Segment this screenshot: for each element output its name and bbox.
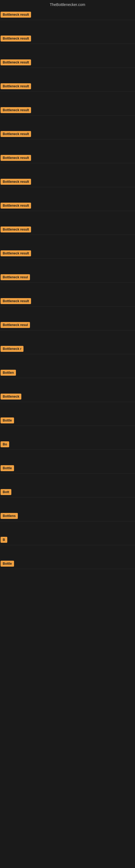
list-item: Bottleneck result	[0, 9, 135, 20]
list-item: Bottleneck resul	[0, 319, 135, 330]
bottleneck-result-badge[interactable]: B	[1, 537, 7, 543]
spacer	[0, 450, 135, 463]
spacer	[0, 330, 135, 343]
bottleneck-result-badge[interactable]: Bottle	[1, 561, 14, 567]
list-item: Bottleneck result	[0, 224, 135, 235]
spacer	[0, 92, 135, 105]
bottleneck-result-badge[interactable]: Bottleneck result	[1, 298, 31, 304]
spacer	[0, 283, 135, 296]
spacer	[0, 307, 135, 319]
bottleneck-result-badge[interactable]: Bottleneck result	[1, 107, 31, 113]
spacer	[0, 497, 135, 510]
spacer	[0, 187, 135, 200]
spacer	[0, 259, 135, 272]
spacer	[0, 20, 135, 33]
bottleneck-result-badge[interactable]: Bottlens	[1, 513, 18, 519]
list-item: Bottlens	[0, 510, 135, 521]
spacer	[0, 163, 135, 176]
spacer	[0, 44, 135, 57]
bottleneck-result-badge[interactable]: Bottleneck result	[1, 12, 31, 18]
spacer	[0, 545, 135, 558]
list-item: Bottlen	[0, 367, 135, 378]
spacer	[0, 569, 135, 582]
bottleneck-result-badge[interactable]: Bottleneck result	[1, 250, 31, 256]
bottleneck-result-badge[interactable]: Bottleneck result	[1, 179, 31, 185]
site-header: TheBottlenecker.com	[0, 0, 135, 9]
spacer	[0, 521, 135, 534]
list-item: Bottleneck result	[0, 200, 135, 211]
list-item: Bottleneck result	[0, 176, 135, 187]
spacer	[0, 68, 135, 81]
spacer	[0, 402, 135, 415]
spacer	[0, 426, 135, 439]
spacer	[0, 235, 135, 248]
bottleneck-result-badge[interactable]: Bottleneck result	[1, 131, 31, 137]
list-item: Bottleneck	[0, 391, 135, 402]
list-item: Bottleneck result	[0, 296, 135, 307]
bottleneck-result-badge[interactable]: Bottleneck result	[1, 203, 31, 209]
list-item: Bo	[0, 439, 135, 450]
bottleneck-result-badge[interactable]: Bottle	[1, 417, 14, 424]
bottleneck-result-badge[interactable]: Bo	[1, 441, 9, 447]
bottleneck-result-badge[interactable]: Bottleneck resul	[1, 274, 30, 280]
spacer	[0, 140, 135, 152]
list-item: Bottleneck result	[0, 129, 135, 140]
bottleneck-result-badge[interactable]: Bottle	[1, 465, 14, 471]
list-item: Bottle	[0, 558, 135, 569]
list-item: Bottle	[0, 463, 135, 474]
bottleneck-result-badge[interactable]: Bottleneck r	[1, 346, 24, 352]
list-item: Bottleneck result	[0, 248, 135, 259]
bottleneck-result-badge[interactable]: Bottleneck resul	[1, 322, 30, 328]
list-item: Bottle	[0, 415, 135, 426]
bottleneck-result-badge[interactable]: Bottleneck result	[1, 226, 31, 232]
bottleneck-result-badge[interactable]: Bott	[1, 489, 11, 495]
bottleneck-result-badge[interactable]: Bottleneck	[1, 394, 21, 400]
list-item: Bottleneck r	[0, 343, 135, 354]
site-title: TheBottlenecker.com	[50, 2, 85, 7]
bottleneck-result-badge[interactable]: Bottleneck result	[1, 83, 31, 89]
list-item: Bottleneck result	[0, 33, 135, 44]
bottom-spacer	[0, 582, 135, 826]
bottleneck-result-badge[interactable]: Bottlen	[1, 370, 16, 376]
bottleneck-result-badge[interactable]: Bottleneck result	[1, 155, 31, 161]
list-item: Bottleneck result	[0, 152, 135, 163]
spacer	[0, 378, 135, 391]
list-item: B	[0, 534, 135, 545]
list-item: Bottleneck result	[0, 57, 135, 68]
list-item: Bottleneck resul	[0, 272, 135, 283]
bottleneck-result-badge[interactable]: Bottleneck result	[1, 59, 31, 65]
spacer	[0, 211, 135, 224]
list-item: Bott	[0, 487, 135, 497]
spacer	[0, 354, 135, 367]
list-item: Bottleneck result	[0, 81, 135, 92]
spacer	[0, 474, 135, 487]
bottleneck-result-badge[interactable]: Bottleneck result	[1, 35, 31, 41]
spacer	[0, 116, 135, 129]
list-item: Bottleneck result	[0, 105, 135, 116]
